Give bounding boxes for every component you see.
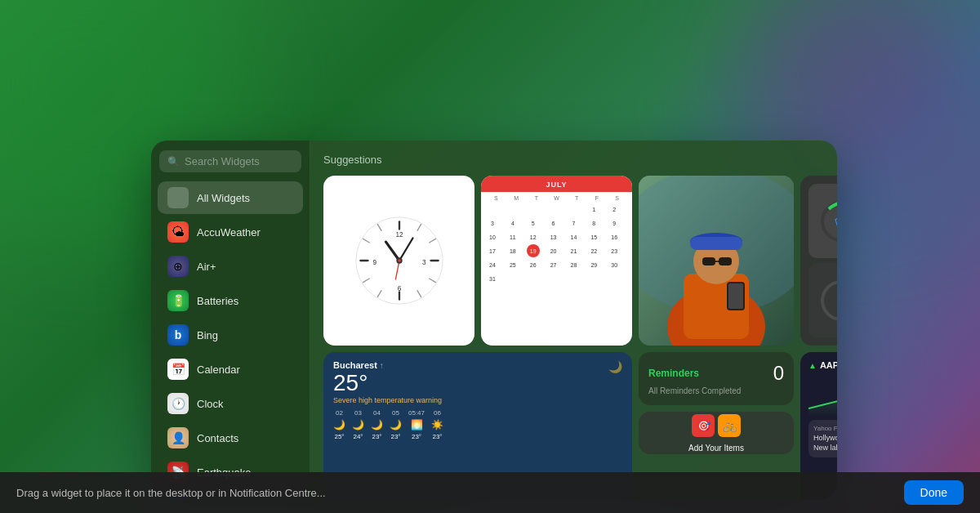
cal-days: 1 2 3 4 5 6 7 8 9 10 11 12 13 14 (486, 203, 627, 285)
done-button[interactable]: Done (904, 480, 964, 505)
search-bar[interactable]: 🔍 (159, 150, 301, 172)
weather-temp: 25° (333, 372, 622, 395)
forecast-item: 05:47 🌅 23° (408, 409, 425, 440)
svg-text:9: 9 (372, 259, 376, 266)
suggestions-title: Suggestions (323, 154, 382, 166)
svg-rect-29 (702, 257, 715, 265)
svg-rect-30 (719, 257, 732, 265)
bluetooth-icon: ⬠ (835, 212, 837, 230)
add-items-widget[interactable]: 🎯 🚲 Add Your Items (639, 412, 794, 454)
photo-widget[interactable] (639, 176, 794, 346)
clock-widget[interactable]: 12 3 6 9 (323, 176, 474, 346)
bluetooth-widget[interactable]: ⬠ 🖱 (800, 176, 837, 346)
add-item-icon-1: 🎯 (692, 414, 715, 437)
cal-day-name: S (486, 195, 506, 201)
sidebar-item-air[interactable]: ⊕ Air+ (158, 250, 303, 283)
accuweather-icon: 🌤 (167, 221, 189, 243)
forecast-icon: 🌅 (411, 419, 423, 430)
forecast-item: 04 🌙 23° (371, 409, 383, 440)
sidebar-item-batteries[interactable]: 🔋 Batteries (158, 284, 303, 317)
suggestions-header: Suggestions (323, 154, 824, 166)
sidebar-item-label: Clock (197, 398, 224, 410)
reminder-header: Reminders 0 (648, 362, 784, 385)
sidebar-item-accuweather[interactable]: 🌤 AccuWeather (158, 216, 303, 248)
cal-day-name: F (587, 195, 608, 201)
forecast-icon: 🌙 (352, 419, 364, 430)
sidebar-item-label: Contacts (197, 432, 238, 444)
bottom-hint: Drag a widget to place it on the desktop… (16, 487, 326, 499)
stock-chart-svg (808, 376, 837, 417)
batteries-icon: 🔋 (167, 290, 189, 311)
person-photo-svg (639, 176, 794, 346)
forecast-item: 03 🌙 24° (352, 409, 364, 440)
calendar-widget[interactable]: JULY S M T W T F S (481, 176, 632, 346)
svg-marker-34 (808, 382, 837, 417)
forecast-item: 06 ☀️ 23° (431, 409, 443, 440)
widget-panel: 🔍 All Widgets 🌤 AccuWeather ⊕ Air+ 🔋 Bat… (151, 141, 837, 500)
forecast-icon: 🌙 (371, 419, 383, 430)
forecast-icon: 🌙 (390, 419, 402, 430)
stock-news-text: Hollywood strikes;New labor deals... (813, 434, 837, 453)
all-widgets-icon (167, 187, 189, 208)
stock-ticker: ▲ AAPL (808, 360, 837, 370)
search-icon: 🔍 (167, 156, 180, 167)
weather-desc: Severe high temperature warning (333, 396, 622, 404)
stock-news-source: Yahoo Finance Vid... (813, 425, 837, 432)
bottom-bar: Drag a widget to place it on the desktop… (0, 472, 980, 513)
weather-moon-icon: 🌙 (608, 360, 622, 373)
calendar-header: JULY (481, 176, 632, 192)
stock-header: ▲ AAPL 193.99 (808, 360, 837, 372)
svg-text:6: 6 (397, 285, 401, 292)
cal-days-header: S M T W T F S (486, 195, 627, 201)
forecast-icon: ☀️ (431, 419, 443, 430)
add-items-icons: 🎯 🚲 (692, 414, 741, 437)
sidebar-item-label: All Widgets (197, 192, 250, 204)
svg-text:12: 12 (395, 231, 403, 239)
clock-face: 12 3 6 9 (354, 216, 444, 306)
sidebar-item-label: Calendar (197, 364, 240, 376)
weather-forecast: 02 🌙 25° 03 🌙 24° 04 🌙 23° (333, 409, 622, 440)
add-items-label: Add Your Items (688, 444, 744, 453)
stock-chart (808, 376, 837, 417)
cal-day-name: S (607, 195, 627, 201)
contacts-icon: 👤 (167, 427, 189, 448)
bt-ring: ⬠ (821, 201, 837, 242)
search-input[interactable] (185, 155, 293, 167)
sidebar-item-clock[interactable]: 🕐 Clock (158, 387, 303, 420)
svg-point-21 (398, 259, 401, 262)
add-item-icon-2: 🚲 (718, 414, 741, 437)
sidebar-item-calendar[interactable]: 📅 Calendar (158, 353, 303, 386)
forecast-item: 05 🌙 23° (390, 409, 402, 440)
air-icon: ⊕ (167, 256, 189, 277)
sidebar-item-label: Air+ (197, 261, 216, 273)
calendar-icon: 📅 (167, 359, 189, 380)
sidebar-item-bing[interactable]: b Bing (158, 319, 303, 351)
svg-rect-33 (728, 283, 743, 309)
stock-news: Yahoo Finance Vid... Hollywood strikes;N… (808, 420, 837, 457)
cal-month: JULY (489, 181, 624, 189)
reminders-widget[interactable]: Reminders 0 All Reminders Completed (639, 352, 794, 405)
bt-ring-empty (821, 280, 837, 321)
sidebar: 🔍 All Widgets 🌤 AccuWeather ⊕ Air+ 🔋 Bat… (151, 141, 310, 500)
forecast-item: 02 🌙 25° (333, 409, 345, 440)
stock-up-arrow-icon: ▲ (808, 361, 817, 370)
cal-day-name: M (506, 195, 527, 201)
cal-day-name: W (546, 195, 567, 201)
sidebar-item-label: Bing (197, 329, 218, 341)
weather-city: Bucharest ↑ (333, 360, 622, 370)
bing-icon: b (167, 324, 189, 346)
cal-day-name: T (526, 195, 546, 201)
clock-icon: 🕐 (167, 393, 189, 414)
sidebar-item-label: AccuWeather (197, 226, 261, 239)
forecast-icon: 🌙 (333, 419, 345, 430)
photo-placeholder (639, 176, 794, 346)
cal-grid: S M T W T F S 1 2 (481, 192, 632, 288)
main-content: Suggestions (310, 141, 837, 500)
cal-day-name: T (567, 195, 587, 201)
bt-item-bluetooth: ⬠ (808, 184, 837, 258)
sidebar-item-all-widgets[interactable]: All Widgets (158, 181, 303, 214)
bt-item-empty1 (808, 263, 837, 337)
sidebar-item-contacts[interactable]: 👤 Contacts (158, 422, 303, 454)
reminder-title: Reminders (648, 368, 699, 379)
svg-text:3: 3 (421, 259, 425, 266)
